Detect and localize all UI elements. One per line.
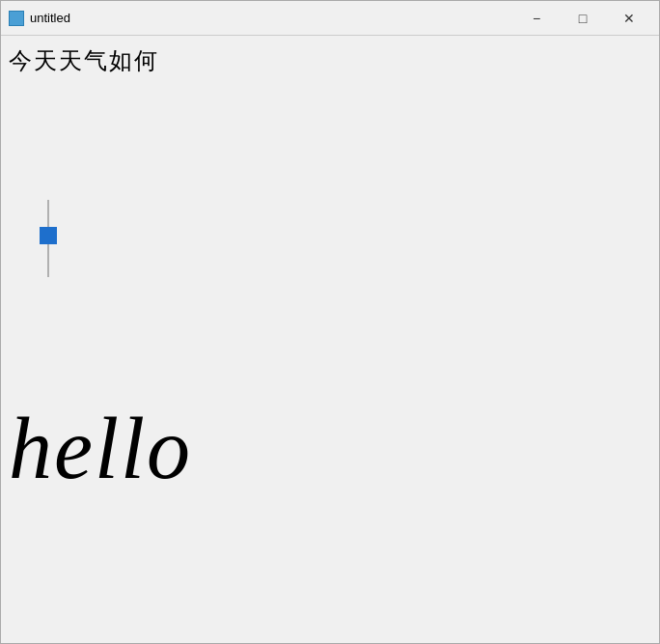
slider-container — [47, 200, 49, 277]
window-content: 今天天气如何 hello — [1, 36, 659, 643]
close-button[interactable]: ✕ — [607, 1, 651, 36]
slider-track — [47, 200, 49, 277]
app-icon — [9, 11, 24, 26]
window-title: untitled — [30, 11, 514, 25]
minimize-button[interactable]: − — [514, 1, 559, 36]
chinese-text-label: 今天天气如何 — [9, 45, 159, 76]
hello-text-label: hello — [9, 399, 192, 498]
window-controls: − □ ✕ — [514, 1, 651, 36]
slider-thumb[interactable] — [40, 227, 57, 244]
maximize-button[interactable]: □ — [561, 1, 605, 36]
app-window: untitled − □ ✕ 今天天气如何 hello — [0, 0, 660, 644]
title-bar: untitled − □ ✕ — [1, 1, 659, 36]
